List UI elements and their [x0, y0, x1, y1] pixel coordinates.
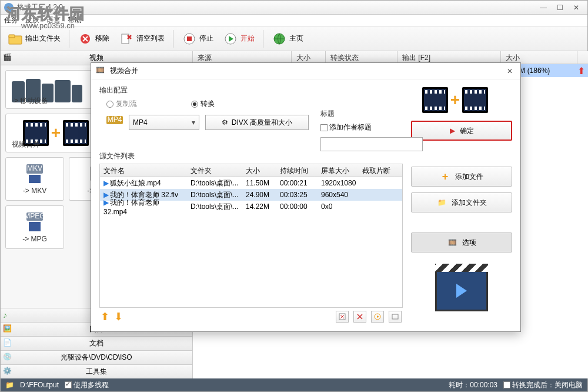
menu-task[interactable]: 任务 — [4, 15, 18, 25]
stop-button[interactable]: 停止 — [178, 30, 217, 48]
source-list-label: 源文件列表 — [99, 151, 403, 161]
info-button[interactable] — [389, 311, 402, 323]
close-button[interactable]: ✕ — [569, 2, 584, 13]
video-merge-dialog: 🎞️ 视频合并 ✕ 输出配置 复制流 转换 MP4 MP4 ⚙ DIVX 高质量… — [91, 62, 521, 332]
menu-skin[interactable]: 皮肤 — [25, 15, 39, 25]
folder-small-icon: 📁 — [5, 381, 14, 389]
film-options-icon: 🎞️ — [447, 237, 457, 248]
clip-button[interactable] — [353, 311, 366, 323]
col-size[interactable]: 大小 — [292, 51, 326, 64]
dialog-title: 视频合并 — [110, 66, 138, 76]
multithread-checkbox[interactable]: 使用多线程 — [65, 380, 109, 390]
move-down-button[interactable]: ⬇ — [114, 310, 123, 323]
play-icon: ▶ — [103, 198, 109, 207]
home-button[interactable]: 主页 — [268, 30, 307, 48]
audio-icon: ♪ — [3, 310, 14, 321]
plus-icon: + — [440, 171, 450, 182]
dialog-bottom-toolbar: ⬆ ⬇ — [99, 308, 403, 325]
window-title: 格式工厂 4.2.0 — [17, 2, 534, 12]
add-file-button[interactable]: + 添加文件 — [411, 167, 512, 187]
merge-large-icon: + — [411, 85, 499, 115]
options-button[interactable]: 🎞️ 选项 — [411, 232, 512, 253]
source-file-table: 文件名 文件夹 大小 持续时间 屏幕大小 截取片断 ▶狐妖小红娘.mp4 D:\… — [99, 164, 403, 308]
radio-copy-stream[interactable]: 复制流 — [106, 99, 137, 109]
source-table-header: 文件名 文件夹 大小 持续时间 屏幕大小 截取片断 — [100, 164, 402, 177]
output-folder-button[interactable]: 输出文件夹 — [4, 30, 64, 48]
clear-list-button[interactable]: 清空列表 — [115, 30, 168, 48]
gear-icon: ⚙️ — [3, 367, 14, 377]
source-row[interactable]: ▶我的！体育老师 32.mp4 D:\tools\桌面\... 14.22M 0… — [100, 201, 402, 212]
radio-convert[interactable]: 转换 — [191, 99, 215, 109]
play-preview-button[interactable] — [371, 311, 384, 323]
statusbar: 📁 D:\FFOutput 使用多线程 耗时：00:00:03 转换完成后：关闭… — [1, 378, 587, 391]
folder-icon — [8, 31, 23, 46]
play-icon: ▶ — [103, 179, 109, 187]
mp4-badge-icon: MP4 — [106, 116, 123, 129]
dialog-close-button[interactable]: ✕ — [504, 65, 516, 77]
add-author-checkbox[interactable]: 添加作者标题 — [320, 122, 426, 132]
menu-language[interactable]: 语言 — [46, 15, 61, 25]
mpg-icon: MPEG — [23, 211, 46, 232]
svg-rect-1 — [9, 35, 15, 38]
toolbar: 输出文件夹 移除 清空列表 停止 开始 主页 — [1, 26, 587, 51]
category-disc[interactable]: 💿 光驱设备\DVD\CD\ISO — [1, 350, 192, 364]
app-icon — [4, 3, 14, 12]
arrow-up-icon[interactable]: ⬆ — [577, 65, 585, 77]
maximize-button[interactable]: ☐ — [552, 2, 567, 13]
globe-icon — [272, 31, 287, 46]
title-input[interactable] — [320, 137, 423, 151]
svg-rect-15 — [29, 222, 41, 231]
svg-rect-20 — [392, 314, 398, 319]
quality-settings-button[interactable]: ⚙ DIVX 高质量和大小 — [205, 115, 309, 130]
source-row[interactable]: ▶狐妖小红娘.mp4 D:\tools\桌面\... 11.50M 00:00:… — [100, 177, 402, 189]
start-icon — [223, 31, 238, 46]
col-source[interactable]: 来源 — [193, 51, 292, 64]
svg-text:MP4: MP4 — [108, 116, 122, 124]
remove-button[interactable]: 移除 — [74, 30, 113, 48]
category-toolset[interactable]: ⚙️ 工具集 — [1, 364, 192, 378]
folder-plus-icon: 📁 — [436, 197, 447, 208]
output-config-label: 输出配置 — [99, 85, 403, 95]
menu-help[interactable]: 帮助 — [68, 15, 82, 25]
disc-icon: 💿 — [3, 353, 14, 363]
svg-text:MKV: MKV — [27, 164, 42, 172]
menubar: 任务 皮肤 语言 帮助 — [1, 15, 587, 26]
dialog-titlebar: 🎞️ 视频合并 ✕ — [91, 63, 520, 79]
clear-icon — [119, 31, 134, 46]
format-select[interactable]: MP4 — [129, 115, 199, 130]
merge-small-icon: 🎞️ — [96, 66, 106, 77]
category-document[interactable]: 📄 文档 — [1, 336, 192, 350]
shutdown-checkbox[interactable]: 转换完成后：关闭电脑 — [503, 380, 583, 390]
title-section: 标题 添加作者标题 — [320, 109, 426, 151]
delete-item-button[interactable] — [336, 311, 349, 323]
remove-icon — [78, 31, 93, 46]
document-icon: 📄 — [3, 338, 14, 349]
titlebar: 格式工厂 4.2.0 — ☐ ✕ — [1, 1, 587, 15]
col-output[interactable]: 输出 [F2] — [397, 51, 501, 64]
clapperboard-icon — [435, 270, 488, 311]
play-triangle-icon: ▶ — [450, 127, 455, 135]
image-icon: 🖼️ — [3, 324, 14, 335]
add-folder-button[interactable]: 📁 添加文件夹 — [411, 192, 512, 212]
move-up-button[interactable]: ⬆ — [101, 310, 109, 323]
gear-icon: ⚙ — [222, 118, 228, 127]
output-path[interactable]: D:\FFOutput — [20, 381, 59, 389]
col-status[interactable]: 转换状态 — [326, 51, 397, 64]
preset-mpg[interactable]: MPEG -> MPG — [5, 205, 64, 249]
preset-mkv[interactable]: MKV -> MKV — [5, 157, 64, 201]
video-icon: 🎬 — [3, 53, 14, 64]
stop-icon — [182, 31, 197, 46]
mkv-icon: MKV — [23, 163, 46, 184]
start-button[interactable]: 开始 — [219, 30, 258, 48]
svg-rect-5 — [187, 36, 192, 41]
minimize-button[interactable]: — — [536, 2, 551, 13]
svg-rect-10 — [29, 175, 41, 183]
svg-text:MPEG: MPEG — [24, 212, 45, 220]
col-size2[interactable]: 大小 — [501, 51, 577, 64]
